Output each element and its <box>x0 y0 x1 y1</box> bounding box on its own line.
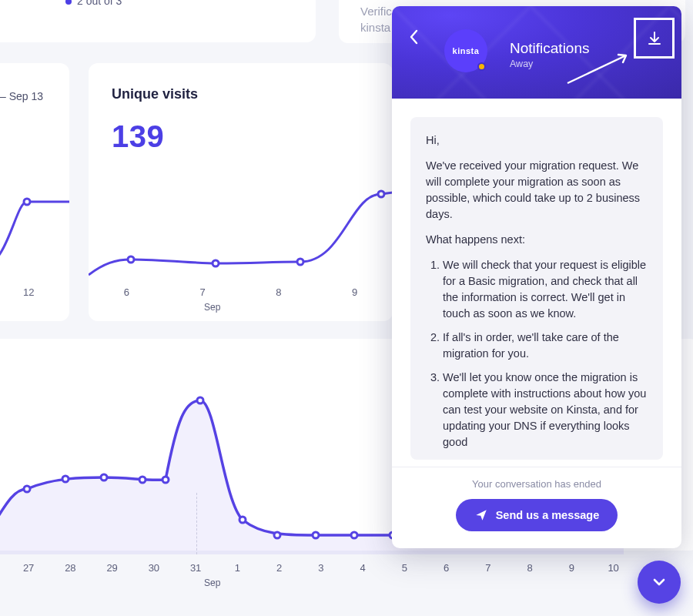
traffic-x-ticks: 2728 2930 311 23 45 67 89 1011 <box>8 562 676 574</box>
svg-point-2 <box>128 256 134 263</box>
chat-title: Notifications <box>510 40 590 57</box>
svg-point-0 <box>24 199 30 205</box>
msg-paragraph: We've received your migration request. W… <box>426 158 648 223</box>
brand-name: kinsta <box>453 46 480 55</box>
msg-paragraph: What happens next: <box>426 232 648 248</box>
status-card: 2 out of 3 <box>0 0 316 42</box>
unique-visits-card: Unique visits 139 6 7 8 9 Sep <box>89 63 393 321</box>
visits-x-ticks: 6 7 8 9 <box>89 286 393 298</box>
mini-chart-tick: 12 <box>23 286 34 298</box>
svg-point-7 <box>24 486 30 492</box>
chat-footer: Your conversation has ended Send us a me… <box>392 467 681 548</box>
msg-steps: We will check that your request is eligi… <box>426 257 648 450</box>
send-message-button[interactable]: Send us a message <box>456 499 618 531</box>
svg-point-10 <box>139 477 146 483</box>
conversation-ended: Your conversation has ended <box>407 478 666 490</box>
svg-point-14 <box>274 532 280 538</box>
chat-body: Hi, We've received your migration reques… <box>392 99 681 467</box>
visits-chart-line <box>89 186 393 286</box>
card-title: Unique visits <box>112 86 370 102</box>
msg-step: If all's in order, we'll take care of th… <box>443 330 648 362</box>
traffic-month-label: Sep <box>204 578 220 588</box>
chat-message: Hi, We've received your migration reques… <box>410 117 663 460</box>
collapse-fab[interactable] <box>638 561 681 604</box>
msg-step: We'll let you know once the migration is… <box>443 370 648 450</box>
download-icon <box>646 30 663 47</box>
mini-chart-line <box>0 186 69 279</box>
chart-month-divider <box>196 493 197 554</box>
presence-indicator-icon <box>477 62 486 71</box>
svg-line-22 <box>567 55 626 83</box>
svg-point-5 <box>378 191 384 197</box>
svg-point-4 <box>297 259 303 265</box>
svg-point-12 <box>197 397 203 403</box>
svg-point-3 <box>213 260 219 266</box>
download-button[interactable] <box>634 18 675 59</box>
status-text: 2 out of 3 <box>77 0 122 7</box>
back-button[interactable] <box>409 29 418 48</box>
send-button-label: Send us a message <box>496 509 600 521</box>
unique-visits-value: 139 <box>112 119 370 154</box>
svg-point-9 <box>101 474 107 480</box>
status-dot-icon <box>65 0 72 5</box>
chevron-left-icon <box>409 29 418 45</box>
svg-point-11 <box>162 477 169 483</box>
visits-month-label: Sep <box>204 302 220 313</box>
send-icon <box>474 508 488 522</box>
chevron-down-icon <box>651 574 667 590</box>
msg-step: We will check that your request is eligi… <box>443 257 648 322</box>
msg-greeting: Hi, <box>426 132 648 149</box>
mini-chart-card: – Sep 13 12 <box>0 63 69 321</box>
brand-avatar: kinsta <box>444 29 487 72</box>
svg-point-16 <box>351 532 357 538</box>
svg-point-15 <box>313 532 319 538</box>
svg-point-8 <box>62 476 69 482</box>
chat-status: Away <box>510 59 533 69</box>
chat-header: kinsta Notifications Away <box>392 6 681 99</box>
chat-panel: kinsta Notifications Away Hi, We've rece… <box>392 6 681 548</box>
mini-chart-date: – Sep 13 <box>0 90 43 102</box>
svg-point-13 <box>239 517 246 523</box>
